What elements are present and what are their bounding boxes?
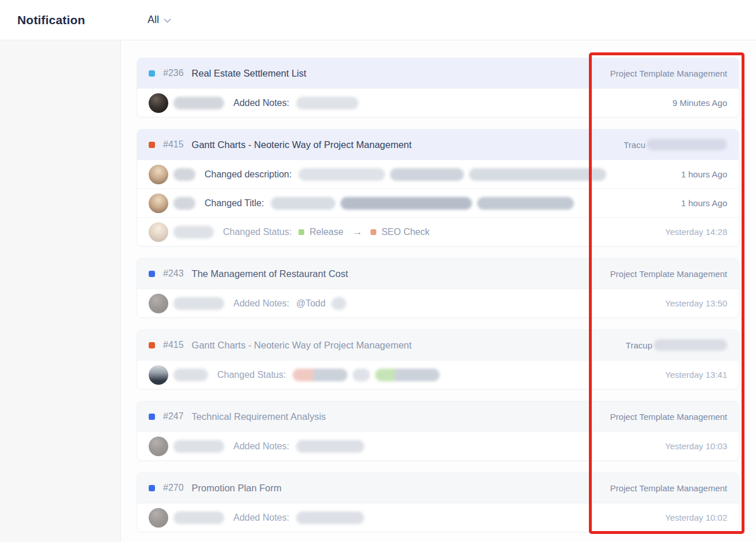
status-chip: Release [298,227,343,237]
project-name-text: Tracu [623,140,645,150]
redacted-user-name [173,511,224,524]
project-name-text: Project Template Management [610,269,727,279]
notification-row[interactable]: Changed description:1 hours Ago [137,160,739,188]
chevron-down-icon [164,18,171,24]
user-avatar [149,437,168,456]
priority-bullet-icon [149,70,155,77]
notification-list: #236Real Estate Settlement ListProject T… [121,40,756,542]
issue-number: #415 [163,340,184,350]
issue-number: #236 [163,68,184,78]
notification-header[interactable]: #270Promotion Plan FormProject Template … [137,473,739,503]
action-label: Added Notes: [233,298,289,309]
notification-row[interactable]: Added Notes:@ToddYesterday 13:50 [137,289,739,317]
user-avatar [149,194,168,213]
redacted-user-name [173,297,224,310]
user-avatar [149,165,168,184]
issue-title: Gantt Charts - Neoteric Way of Project M… [192,340,412,351]
page-title: Notification [17,13,85,27]
notification-header[interactable]: #243The Management of Restaurant CostPro… [137,259,739,289]
row-content [293,369,665,381]
notification-card: #236Real Estate Settlement ListProject T… [137,58,739,118]
redacted-user-name [173,197,195,210]
status-label: SEO Check [381,227,430,237]
project-name-text: Project Template Management [610,69,727,78]
project-name: Project Template Management [610,483,727,493]
priority-bullet-icon [149,485,155,491]
notification-list-panel: #236Real Estate Settlement ListProject T… [121,40,756,542]
redacted-content [296,440,364,453]
timestamp: Yesterday 13:41 [665,370,727,380]
notification-header[interactable]: #415Gantt Charts - Neoteric Way of Proje… [137,330,739,360]
project-name-text: Tracup [626,340,652,350]
redacted-user-name [173,440,224,453]
issue-title: Gantt Charts - Neoteric Way of Project M… [192,139,412,150]
row-content [296,511,665,524]
row-content [298,168,681,181]
issue-title: Real Estate Settlement List [192,68,307,79]
notification-header[interactable]: #415Gantt Charts - Neoteric Way of Proje… [137,130,739,160]
timestamp: Yesterday 14:28 [665,227,727,237]
notification-row[interactable]: Added Notes:Yesterday 10:02 [137,503,739,532]
redacted-project-name [653,339,727,351]
notification-header[interactable]: #247Technical Requirement AnalysisProjec… [137,401,739,431]
redacted-content [293,369,347,381]
notification-row[interactable]: Changed Title:1 hours Ago [137,188,739,217]
timestamp: Yesterday 10:03 [665,441,727,451]
priority-bullet-icon [149,271,155,277]
action-label: Changed description: [205,169,292,180]
notification-row[interactable]: Changed Status:Release→SEO CheckYesterda… [137,217,739,246]
action-label: Added Notes: [233,98,289,108]
action-label: Changed Status: [223,227,292,237]
notification-filter-dropdown[interactable]: All [148,14,171,26]
redacted-user-name [173,226,214,238]
issue-title: Technical Requirement Analysis [192,411,326,422]
action-label: Changed Status: [217,370,286,380]
project-name: Project Template Management [610,69,727,78]
notification-row[interactable]: Added Notes:9 Minutes Ago [137,88,739,117]
issue-title: Promotion Plan Form [192,483,282,494]
notification-header[interactable]: #236Real Estate Settlement ListProject T… [137,58,739,88]
action-label: Changed Title: [205,198,264,209]
priority-bullet-icon [149,342,155,348]
user-avatar [149,365,168,385]
top-bar: Notification All [0,0,756,40]
user-avatar [149,222,168,242]
redacted-content [353,369,370,381]
redacted-content [341,197,472,210]
notification-card: #415Gantt Charts - Neoteric Way of Proje… [137,329,739,389]
status-dot-icon [298,229,304,235]
notification-card: #247Technical Requirement AnalysisProjec… [137,401,739,461]
redacted-content [271,197,335,210]
notification-row[interactable]: Changed Status:Yesterday 13:41 [137,360,739,389]
user-avatar [149,294,168,313]
issue-number: #415 [163,139,184,150]
redacted-content [296,511,364,524]
mention-text: @Todd [296,298,326,309]
notification-row[interactable]: Added Notes:Yesterday 10:03 [137,431,739,460]
redacted-content [469,168,606,181]
project-name: Tracu [623,139,727,150]
notification-card: #415Gantt Charts - Neoteric Way of Proje… [137,129,739,247]
timestamp: Yesterday 13:50 [665,298,727,308]
issue-number: #247 [163,411,184,422]
status-chip: SEO Check [371,227,430,237]
redacted-user-name [173,369,208,381]
redacted-user-name [173,168,195,181]
project-name: Project Template Management [610,412,727,422]
user-avatar [149,93,168,113]
redacted-project-name [647,139,727,150]
project-name: Tracup [626,339,727,351]
project-name-text: Project Template Management [610,483,727,493]
timestamp: 1 hours Ago [681,169,727,179]
redacted-content [390,168,464,181]
row-content: Release→SEO Check [298,226,665,238]
project-name: Project Template Management [610,269,727,279]
status-dot-icon [371,229,376,235]
project-name-text: Project Template Management [610,412,727,422]
row-content: @Todd [296,297,665,310]
timestamp: 9 Minutes Ago [672,98,727,108]
row-content [296,97,672,109]
filter-selected-value: All [148,14,159,26]
timestamp: Yesterday 10:02 [665,513,727,522]
action-label: Added Notes: [233,513,289,523]
